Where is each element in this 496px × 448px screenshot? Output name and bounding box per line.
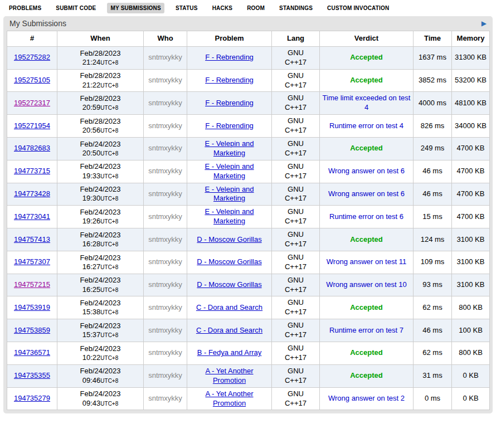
table-row: 195275105Feb/28/202321:22UTC+8sntmxykkyF…: [7, 69, 490, 92]
table-row: 194773041Feb/24/202319:26UTC+8sntmxykkyE…: [7, 206, 490, 228]
submission-id-link[interactable]: 194773041: [14, 212, 50, 221]
time-consumed-cell: 3852 ms: [414, 69, 452, 92]
submission-date: Feb/24/2023: [80, 389, 120, 398]
table-header-row: #WhenWhoProblemLangVerdictTimeMemory: [7, 31, 490, 47]
submission-id-link[interactable]: 194782683: [14, 144, 50, 152]
timezone-label: UTC+8: [100, 150, 118, 157]
problem-link[interactable]: D - Moscow Gorillas: [197, 235, 261, 244]
nav-item-custom-invocation[interactable]: CUSTOM INVOCATION: [324, 3, 392, 13]
memory-consumed-cell: 4700 KB: [452, 206, 490, 228]
submission-id-link[interactable]: 194735355: [14, 371, 50, 379]
submission-time: 21:24: [82, 58, 101, 66]
submission-id-link[interactable]: 195275282: [14, 53, 50, 61]
time-consumed-cell: 46 ms: [414, 160, 452, 183]
submission-id-link[interactable]: 194757413: [14, 235, 50, 244]
submissions-table: #WhenWhoProblemLangVerdictTimeMemory 195…: [7, 31, 490, 410]
column-header-who: Who: [144, 31, 187, 47]
submission-time: 15:38: [82, 308, 101, 316]
problem-link[interactable]: F - Rebrending: [205, 121, 254, 130]
submission-time: 20:50: [82, 149, 101, 157]
problem-link[interactable]: E - Velepin and Marketing: [205, 139, 254, 157]
when-cell: Feb/28/202320:59UTC+8: [57, 92, 144, 115]
when-cell: Feb/24/202316:25UTC+8: [57, 274, 144, 296]
nav-item-hacks[interactable]: HACKS: [209, 3, 236, 13]
submission-date: Feb/28/2023: [80, 94, 120, 103]
memory-consumed-cell: 3100 KB: [452, 228, 490, 251]
expand-arrow-icon[interactable]: ▶: [480, 20, 488, 27]
submission-date: Feb/24/2023: [80, 162, 120, 171]
column-header-id: #: [7, 31, 57, 47]
nav-item-standings[interactable]: STANDINGS: [276, 3, 316, 13]
who-cell: sntmxykky: [144, 206, 187, 228]
problem-link[interactable]: F - Rebrending: [205, 99, 254, 107]
problem-link[interactable]: F - Rebrending: [205, 53, 254, 61]
time-consumed-cell: 62 ms: [414, 296, 452, 319]
nav-item-room[interactable]: ROOM: [244, 3, 268, 13]
submission-date: Feb/24/2023: [80, 344, 120, 353]
column-header-memory: Memory: [452, 31, 490, 47]
submission-date: Feb/24/2023: [80, 276, 120, 284]
who-cell: sntmxykky: [144, 138, 187, 160]
problem-link[interactable]: F - Rebrending: [205, 76, 254, 84]
when-cell: Feb/24/202319:30UTC+8: [57, 183, 144, 206]
table-row: 194773428Feb/24/202319:30UTC+8sntmxykkyE…: [7, 183, 490, 206]
when-cell: Feb/28/202321:22UTC+8: [57, 69, 144, 92]
submission-id-link[interactable]: 194753919: [14, 303, 50, 311]
verdict-text: Runtime error on test 7: [329, 326, 403, 334]
problem-link[interactable]: A - Yet Another Promotion: [205, 389, 253, 407]
who-cell: sntmxykky: [144, 274, 187, 296]
problem-link[interactable]: D - Moscow Gorillas: [197, 257, 261, 266]
submissions-body: 195275282Feb/28/202321:24UTC+8sntmxykkyF…: [7, 46, 490, 410]
submission-id-link[interactable]: 194735279: [14, 394, 50, 402]
timezone-label: UTC+8: [100, 105, 118, 111]
lang-cell: GNU C++17: [272, 69, 320, 92]
submission-time: 16:25: [82, 285, 101, 294]
problem-link[interactable]: B - Fedya and Array: [197, 348, 262, 357]
verdict-text: Accepted: [350, 348, 383, 357]
problem-link[interactable]: C - Dora and Search: [196, 326, 262, 334]
submission-id-link[interactable]: 194757215: [14, 280, 50, 289]
who-cell: sntmxykky: [144, 296, 187, 319]
submission-id-link[interactable]: 195275105: [14, 76, 50, 84]
lang-cell: GNU C++17: [272, 319, 320, 342]
memory-consumed-cell: 800 KB: [452, 296, 490, 319]
nav-item-my-submissions[interactable]: MY SUBMISSIONS: [107, 3, 164, 13]
who-cell: sntmxykky: [144, 46, 187, 69]
when-cell: Feb/28/202320:56UTC+8: [57, 115, 144, 138]
problem-link[interactable]: E - Velepin and Marketing: [205, 207, 254, 225]
submission-id-link[interactable]: 194753859: [14, 326, 50, 334]
memory-consumed-cell: 48100 KB: [452, 92, 490, 115]
submission-id-link[interactable]: 195271954: [14, 121, 50, 130]
when-cell: Feb/24/202320:50UTC+8: [57, 138, 144, 160]
table-row: 194735279Feb/24/202309:43UTC+8sntmxykkyA…: [7, 387, 490, 410]
who-cell: sntmxykky: [144, 364, 187, 387]
table-row: 194757307Feb/24/202316:27UTC+8sntmxykkyD…: [7, 251, 490, 274]
nav-item-status[interactable]: STATUS: [172, 3, 201, 13]
problem-link[interactable]: A - Yet Another Promotion: [205, 367, 253, 384]
submission-id-link[interactable]: 194736571: [14, 348, 50, 357]
nav-item-submit-code[interactable]: SUBMIT CODE: [52, 3, 99, 13]
timezone-label: UTC+8: [100, 128, 118, 134]
submission-time: 16:28: [82, 240, 101, 248]
submission-id-link[interactable]: 195272317: [14, 99, 50, 107]
verdict-text: Wrong answer on test 2: [328, 394, 405, 402]
verdict-text: Accepted: [350, 144, 383, 152]
lang-cell: GNU C++17: [272, 92, 320, 115]
memory-consumed-cell: 100 KB: [452, 319, 490, 342]
submission-id-link[interactable]: 194757307: [14, 257, 50, 266]
problem-link[interactable]: D - Moscow Gorillas: [197, 280, 261, 289]
memory-consumed-cell: 4700 KB: [452, 160, 490, 183]
lang-cell: GNU C++17: [272, 160, 320, 183]
submission-id-link[interactable]: 194773428: [14, 189, 50, 198]
time-consumed-cell: 46 ms: [414, 183, 452, 206]
when-cell: Feb/24/202310:22UTC+8: [57, 342, 144, 365]
problem-link[interactable]: E - Velepin and Marketing: [205, 162, 254, 180]
submission-date: Feb/28/2023: [80, 49, 120, 57]
problem-link[interactable]: C - Dora and Search: [196, 303, 262, 311]
submission-id-link[interactable]: 194773715: [14, 167, 50, 175]
who-cell: sntmxykky: [144, 92, 187, 115]
memory-consumed-cell: 0 KB: [452, 387, 490, 410]
nav-item-problems[interactable]: PROBLEMS: [6, 3, 45, 13]
verdict-text: Accepted: [350, 53, 383, 61]
problem-link[interactable]: E - Velepin and Marketing: [205, 185, 254, 203]
